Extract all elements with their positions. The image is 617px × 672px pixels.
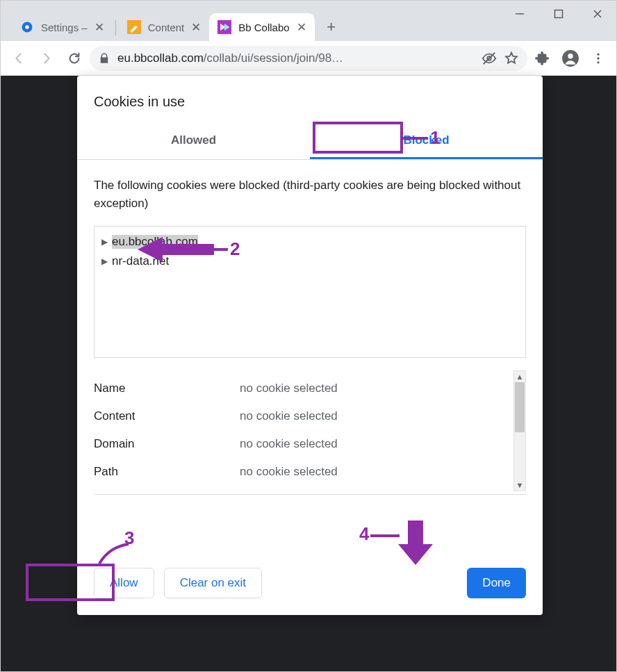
svg-rect-1 [555, 10, 563, 18]
dialog-title: Cookies in use [77, 92, 543, 124]
domain-item[interactable]: ▶ nr-data.net [94, 252, 525, 271]
window-minimize-button[interactable] [500, 0, 539, 28]
svg-point-12 [597, 53, 599, 55]
cookie-details: Name no cookie selected Content no cooki… [94, 358, 526, 495]
window-close-button[interactable] [578, 0, 617, 28]
forward-button[interactable] [34, 46, 59, 71]
window-controls [500, 0, 617, 28]
eye-off-icon[interactable] [482, 51, 497, 66]
scroll-down-icon[interactable]: ▼ [516, 480, 524, 491]
tab-title: Content [148, 22, 185, 33]
clear-on-exit-button[interactable]: Clear on exit [164, 568, 262, 598]
svg-point-11 [568, 54, 573, 58]
page-viewport: Cookies in use Allowed Blocked The follo… [1, 76, 616, 671]
detail-row-path: Path no cookie selected [94, 458, 526, 486]
detail-row-name: Name no cookie selected [94, 375, 526, 402]
address-bar[interactable]: eu.bbcollab.com/collab/ui/session/join/9… [90, 46, 527, 71]
browser-window: Settings – ✕ Content ✕ Bb Collabo ✕ + [0, 0, 617, 672]
svg-point-5 [25, 25, 28, 28]
close-icon[interactable]: ✕ [94, 22, 104, 33]
detail-value: no cookie selected [240, 382, 338, 395]
dialog-tabs: Allowed Blocked [77, 124, 543, 160]
dialog-description: The following cookies were blocked (thir… [94, 177, 526, 212]
tab-settings[interactable]: Settings – ✕ [12, 13, 113, 41]
window-maximize-button[interactable] [539, 0, 578, 28]
back-button[interactable] [6, 46, 31, 71]
tab-content[interactable]: Content ✕ [119, 13, 210, 41]
detail-label: Path [94, 465, 240, 479]
menu-button[interactable] [586, 46, 611, 71]
star-icon[interactable] [504, 51, 519, 66]
extensions-button[interactable] [530, 46, 555, 71]
domain-item[interactable]: ▶ eu.bbcollab.com [94, 232, 525, 252]
profile-button[interactable] [558, 46, 583, 71]
detail-value: no cookie selected [240, 409, 338, 423]
detail-value: no cookie selected [240, 437, 338, 451]
tab-blocked[interactable]: Blocked [310, 124, 543, 159]
gear-icon [20, 20, 34, 34]
dialog-body: The following cookies were blocked (thir… [77, 160, 543, 551]
done-button[interactable]: Done [467, 568, 526, 598]
detail-label: Domain [94, 437, 240, 451]
close-icon[interactable]: ✕ [297, 22, 306, 33]
cookies-dialog: Cookies in use Allowed Blocked The follo… [77, 76, 543, 615]
tab-separator [115, 20, 116, 35]
allow-button[interactable]: Allow [94, 568, 154, 598]
svg-point-14 [597, 61, 599, 63]
scroll-thumb[interactable] [515, 382, 525, 432]
detail-row-domain: Domain no cookie selected [94, 430, 526, 458]
tab-bb-collab[interactable]: Bb Collabo ✕ [209, 13, 314, 41]
detail-row-content: Content no cookie selected [94, 402, 526, 430]
pencil-icon [127, 20, 141, 34]
blocked-domain-list[interactable]: ▶ eu.bbcollab.com ▶ nr-data.net [94, 226, 526, 358]
url-text: eu.bbcollab.com/collab/ui/session/join/9… [117, 51, 475, 65]
tab-title: Settings – [41, 22, 88, 33]
svg-point-13 [597, 57, 599, 59]
detail-label: Name [94, 382, 240, 395]
tab-title: Bb Collabo [238, 22, 289, 33]
new-tab-button[interactable]: + [320, 16, 343, 38]
tab-allowed[interactable]: Allowed [77, 124, 310, 159]
close-icon[interactable]: ✕ [191, 22, 201, 33]
dialog-buttons: Allow Clear on exit Done [77, 551, 543, 615]
domain-name: eu.bbcollab.com [112, 235, 198, 249]
toolbar: eu.bbcollab.com/collab/ui/session/join/9… [1, 41, 616, 76]
caret-right-icon: ▶ [101, 256, 108, 266]
bb-icon [217, 20, 231, 34]
domain-name: nr-data.net [112, 254, 169, 268]
detail-label: Content [94, 409, 240, 423]
details-scrollbar[interactable]: ▲ ▼ [513, 370, 526, 491]
scroll-up-icon[interactable]: ▲ [516, 371, 524, 382]
caret-right-icon: ▶ [101, 237, 108, 247]
reload-button[interactable] [62, 46, 87, 71]
detail-value: no cookie selected [240, 465, 338, 479]
lock-icon[interactable] [98, 52, 110, 65]
